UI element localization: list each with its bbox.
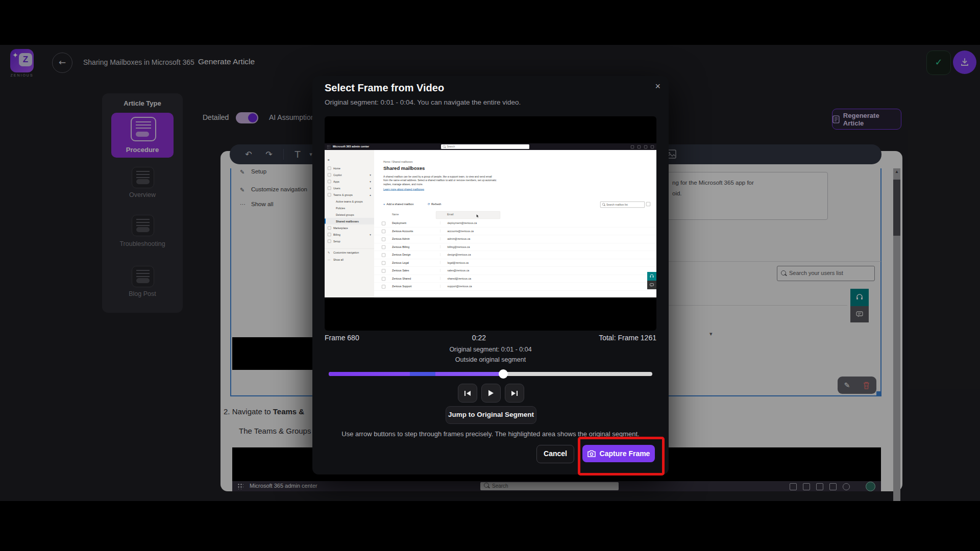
mailbox-name: Zenious Support (392, 285, 412, 288)
frame-learn-link: Learn more about shared mailboxes (383, 188, 424, 191)
letterbox-top (0, 0, 980, 45)
mailbox-name: Zenious Legal (392, 261, 409, 264)
frame-refresh: ⟳Refresh (428, 203, 441, 206)
next-frame-button[interactable] (505, 384, 524, 403)
mailbox-email: billing@zenious.ca (440, 245, 470, 248)
video-frame: Microsoft 365 admin center Search ≡ Home… (325, 143, 656, 297)
select-frame-modal: × Select Frame from Video Original segme… (312, 76, 669, 474)
frame-feedback-badge (647, 281, 656, 289)
frame-description: A shared mailbox can be used by a group … (383, 174, 496, 186)
mailbox-name: Deployment (392, 221, 406, 224)
slider-original-segment (410, 372, 436, 376)
frame-list-search: Search mailbox list (600, 202, 645, 208)
frame-add-mailbox: +Add a shared mailbox (383, 203, 413, 206)
mailbox-row: Zenious Admin admin@zenious.ca (374, 235, 656, 243)
frame-header-highlight (436, 211, 500, 219)
chat-icon (650, 283, 654, 287)
frame-nav-item: Customize navigation (325, 248, 374, 257)
modal-title: Select Frame from Video (325, 82, 444, 94)
modal-subtitle: Original segment: 0:01 - 0:04. You can n… (325, 98, 521, 106)
jump-to-segment-button[interactable]: Jump to Original Segment (446, 406, 536, 424)
row-checkbox (382, 238, 385, 241)
frame-nav-item: Home (325, 165, 374, 171)
mailbox-row: Zenious Billing billing@zenious.ca (374, 243, 656, 252)
frame-search-placeholder: Search (447, 145, 455, 148)
capture-highlight-box (578, 437, 665, 475)
frame-nav-item: Apps (325, 178, 374, 185)
filter-icon (646, 202, 650, 206)
row-checkbox (382, 277, 385, 281)
frame-total: Total: Frame 1261 (599, 334, 656, 342)
frame-nav-item: Teams & groups (325, 191, 374, 198)
frame-main: Home / Shared mailboxes Shared mailboxes… (374, 150, 656, 297)
mailbox-row: Zenious Shared shared@zenious.ca (374, 275, 656, 283)
frame-app-title: Microsoft 365 admin center (333, 145, 369, 148)
close-icon[interactable]: × (655, 81, 660, 92)
frame-number: Frame 680 (325, 334, 359, 342)
mailbox-name: Zenious Admin (392, 237, 410, 240)
screen: ✦ Z ZENIOUS ← Sharing Mailboxes in Micro… (0, 0, 980, 551)
segment-status: Outside original segment (312, 356, 669, 363)
frame-nav-item: Setup (325, 238, 374, 244)
frame-nav-list: HomeCopilotAppsUsersTeams & groupsActive… (325, 165, 374, 263)
frame-nav-item: Billing (325, 231, 374, 238)
mailbox-name: Zenious Shared (392, 277, 411, 280)
mailbox-name: Zenious Sales (392, 269, 409, 272)
cancel-button[interactable]: Cancel (536, 445, 574, 463)
segment-info: Original segment: 0:01 - 0:04 (312, 346, 669, 353)
frame-nav-item: Show all (325, 257, 374, 263)
row-checkbox (382, 254, 385, 257)
frame-nav-item: Copilot (325, 171, 374, 178)
row-checkbox (382, 285, 385, 289)
refresh-icon: ⟳ (428, 203, 430, 206)
mailbox-row: Zenious Accounts accounts@zenious.ca (374, 228, 656, 236)
plus-icon: + (383, 203, 385, 206)
mailbox-row: Zenious Design design@zenious.ca (374, 251, 656, 259)
mailbox-email: shared@zenious.ca (440, 277, 471, 280)
mailbox-name: Zenious Design (392, 253, 410, 256)
mailbox-row: Zenious Support support@zenious.ca (374, 283, 656, 291)
mailbox-email: sales@zenious.ca (440, 269, 469, 272)
frame-nav-item: Users (325, 185, 374, 191)
row-checkbox (382, 261, 385, 265)
frame-table-header: Name Email (374, 211, 656, 219)
frame-mailbox-table: Deployment deployment@zenious.ca Zenious… (374, 219, 656, 291)
row-checkbox (382, 230, 385, 233)
previous-frame-button[interactable] (458, 384, 477, 403)
mailbox-email: admin@zenious.ca (440, 237, 470, 240)
frame-time: 0:22 (472, 334, 486, 342)
frame-nav-item: Policies (325, 205, 374, 211)
search-icon (443, 145, 446, 148)
column-email: Email (447, 213, 454, 216)
frame-search-bar: Search (441, 144, 529, 149)
headset-icon (650, 274, 654, 279)
frame-help-badge (647, 272, 656, 281)
video-preview[interactable]: Microsoft 365 admin center Search ≡ Home… (325, 116, 656, 331)
mailbox-row: Deployment deployment@zenious.ca (374, 219, 656, 228)
frame-nav-item: Marketplace (325, 224, 374, 231)
mailbox-email: legal@zenious.ca (440, 261, 469, 264)
mailbox-name: Zenious Billing (392, 245, 409, 248)
play-icon (488, 390, 494, 396)
mailbox-row: Zenious Legal legal@zenious.ca (374, 259, 656, 267)
row-checkbox (382, 245, 385, 249)
slider-thumb[interactable] (499, 369, 508, 379)
frame-admin-topbar: Microsoft 365 admin center Search (325, 143, 656, 150)
frame-info-row: Frame 680 0:22 Total: Frame 1261 (325, 334, 656, 342)
frame-left-nav: ≡ HomeCopilotAppsUsersTeams & groupsActi… (325, 150, 375, 297)
frame-nav-item: Deleted groups (325, 211, 374, 218)
mailbox-email: design@zenious.ca (440, 253, 471, 256)
frame-slider[interactable] (329, 372, 652, 376)
row-checkbox (382, 222, 385, 226)
frame-nav-item: Shared mailboxes (325, 218, 374, 224)
hamburger-icon: ≡ (328, 158, 330, 162)
frame-topbar-icons (631, 145, 654, 148)
frame-nav-item: Active teams & groups (325, 198, 374, 205)
waffle-icon (327, 145, 330, 148)
frame-heading: Shared mailboxes (383, 165, 425, 171)
mailbox-name: Zenious Accounts (392, 230, 413, 233)
play-button[interactable] (481, 384, 501, 403)
mailbox-row: Zenious Sales sales@zenious.ca (374, 267, 656, 275)
frame-breadcrumb: Home / Shared mailboxes (383, 160, 413, 163)
letterbox-bottom (0, 501, 980, 551)
